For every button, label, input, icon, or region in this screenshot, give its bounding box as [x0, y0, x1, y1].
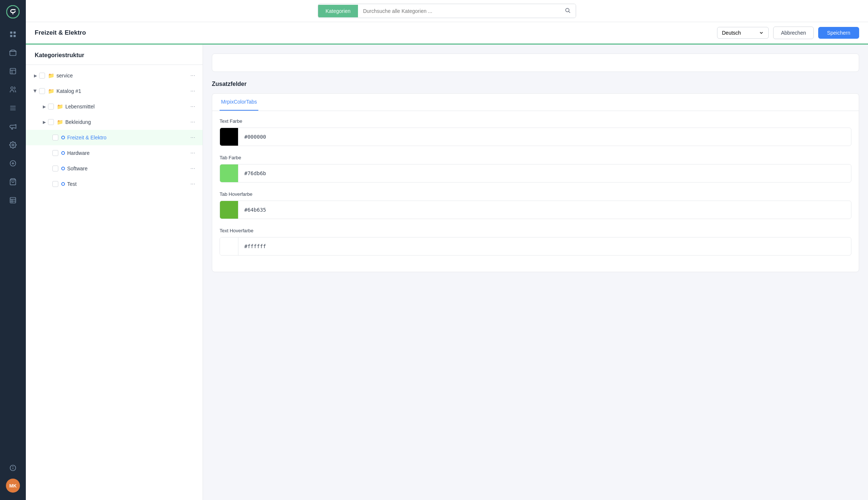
color-value-tab-farbe: #76db6b — [238, 166, 851, 181]
sidebar-item-settings[interactable] — [5, 137, 21, 153]
sidebar: MK — [0, 0, 26, 500]
tree-checkbox-test[interactable] — [52, 181, 58, 187]
sidebar-logo[interactable] — [6, 4, 20, 19]
color-field-tab-farbe[interactable]: #76db6b — [220, 164, 851, 183]
tree-toggle-bekleidung[interactable]: ▶ — [41, 118, 48, 126]
sidebar-item-add[interactable] — [5, 156, 21, 171]
tree-more-freizeit[interactable]: ··· — [189, 133, 197, 142]
label-text-farbe: Text Farbe — [220, 118, 851, 124]
tree-item-test[interactable]: Test ··· — [26, 176, 203, 192]
tree-label-freizeit: Freizeit & Elektro — [67, 135, 189, 140]
tree-checkbox-katalog1[interactable] — [39, 88, 45, 94]
tree-label-lebensmittel: Lebensmittel — [65, 104, 189, 110]
folder-icon: 📁 — [48, 73, 54, 79]
top-content-area — [212, 53, 859, 72]
folder-icon-lebensmittel: 📁 — [57, 104, 63, 110]
tree-checkbox-lebensmittel[interactable] — [48, 104, 54, 110]
svg-rect-8 — [10, 106, 16, 107]
tree-more-service[interactable]: ··· — [189, 71, 197, 80]
tree-label-service: service — [56, 73, 189, 79]
swatch-text-farbe[interactable] — [220, 128, 238, 146]
tree-checkbox-bekleidung[interactable] — [48, 119, 54, 125]
zusatzfelder-card: MrpixColorTabs Text Farbe #000000 — [212, 93, 859, 272]
tree-checkbox-service[interactable] — [39, 73, 45, 79]
sidebar-item-shop[interactable] — [5, 174, 21, 190]
tree-dot-hardware — [61, 151, 65, 155]
sidebar-item-table[interactable] — [5, 192, 21, 208]
sidebar-item-list[interactable] — [5, 100, 21, 116]
card-tabs: MrpixColorTabs — [212, 94, 859, 111]
section-title: Zusatzfelder — [212, 81, 859, 87]
field-tab-farbe: Tab Farbe #76db6b — [220, 155, 851, 183]
color-field-text-hoverfarbe[interactable]: #ffffff — [220, 237, 851, 256]
color-field-text-farbe[interactable]: #000000 — [220, 128, 851, 146]
sidebar-item-info[interactable] — [5, 460, 21, 476]
field-text-farbe: Text Farbe #000000 — [220, 118, 851, 146]
label-text-hoverfarbe: Text Hoverfarbe — [220, 228, 851, 233]
tree-more-software[interactable]: ··· — [189, 164, 197, 173]
sidebar-item-layers[interactable] — [5, 45, 21, 60]
zusatzfelder-section: Zusatzfelder MrpixColorTabs Text Farbe #… — [212, 81, 859, 272]
tree-item-bekleidung[interactable]: ▶ 📁 Bekleidung ··· — [26, 114, 203, 130]
subheader-actions: Deutsch Abbrechen Speichern — [717, 27, 859, 39]
tree-item-service[interactable]: ▶ 📁 service ··· — [26, 68, 203, 83]
swatch-text-hoverfarbe[interactable] — [220, 237, 238, 255]
svg-line-24 — [569, 11, 570, 13]
search-icon-button[interactable] — [559, 4, 576, 18]
card-body: Text Farbe #000000 Tab Farbe #76db6 — [212, 111, 859, 272]
tree-item-software[interactable]: Software ··· — [26, 161, 203, 176]
topbar: Kategorien — [26, 0, 868, 22]
tree-checkbox-hardware[interactable] — [52, 150, 58, 156]
svg-rect-3 — [10, 35, 13, 37]
language-selector[interactable]: Deutsch — [717, 27, 769, 39]
save-button[interactable]: Speichern — [818, 27, 859, 39]
svg-rect-6 — [10, 69, 16, 74]
tree-item-katalog1[interactable]: ▶ 📁 Katalog #1 ··· — [26, 83, 203, 99]
tree-more-hardware[interactable]: ··· — [189, 148, 197, 158]
svg-rect-9 — [10, 108, 16, 108]
tree-toggle-lebensmittel[interactable]: ▶ — [41, 103, 48, 110]
main-content: Kategorien Freizeit & Elektro Deutsch Ab… — [26, 0, 868, 500]
tree-toggle-service[interactable]: ▶ — [32, 72, 39, 79]
sidebar-item-users[interactable] — [5, 82, 21, 97]
color-value-text-farbe: #000000 — [238, 129, 851, 144]
tree-dot-software — [61, 167, 65, 170]
field-text-hoverfarbe: Text Hoverfarbe #ffffff — [220, 228, 851, 256]
search-input[interactable] — [358, 5, 559, 17]
tree-more-lebensmittel[interactable]: ··· — [189, 102, 197, 111]
tab-mrpix[interactable]: MrpixColorTabs — [220, 94, 258, 111]
cancel-button[interactable]: Abbrechen — [773, 27, 814, 39]
tree-dot-freizeit — [61, 136, 65, 139]
categories-button[interactable]: Kategorien — [318, 5, 358, 17]
user-avatar[interactable]: MK — [6, 479, 20, 493]
svg-rect-16 — [10, 198, 16, 203]
label-tab-farbe: Tab Farbe — [220, 155, 851, 160]
color-field-tab-hoverfarbe[interactable]: #64b635 — [220, 201, 851, 219]
left-panel: Kategoriestruktur ▶ 📁 service ··· ▶ 📁 Ka… — [26, 45, 203, 500]
tree-item-freizeit[interactable]: Freizeit & Elektro ··· — [26, 130, 203, 145]
tree-item-hardware[interactable]: Hardware ··· — [26, 145, 203, 161]
tree-checkbox-software[interactable] — [52, 166, 58, 171]
tree-label-katalog1: Katalog #1 — [56, 88, 189, 94]
label-tab-hoverfarbe: Tab Hoverfarbe — [220, 191, 851, 197]
page-title: Freizeit & Elektro — [35, 29, 86, 37]
folder-icon-bekleidung: 📁 — [57, 119, 63, 125]
sidebar-item-megaphone[interactable] — [5, 119, 21, 134]
svg-point-7 — [11, 87, 13, 90]
tree-label-hardware: Hardware — [67, 150, 189, 156]
swatch-tab-farbe[interactable] — [220, 164, 238, 182]
swatch-tab-hoverfarbe[interactable] — [220, 201, 238, 219]
tree-more-bekleidung[interactable]: ··· — [189, 117, 197, 127]
tree-more-test[interactable]: ··· — [189, 179, 197, 189]
sidebar-item-dashboard[interactable] — [5, 27, 21, 42]
tree-label-software: Software — [67, 166, 189, 171]
tree-more-katalog1[interactable]: ··· — [189, 86, 197, 96]
tree-label-test: Test — [67, 181, 189, 187]
sidebar-item-products[interactable] — [5, 63, 21, 79]
field-tab-hoverfarbe: Tab Hoverfarbe #64b635 — [220, 191, 851, 219]
tree-label-bekleidung: Bekleidung — [65, 119, 189, 125]
tree-item-lebensmittel[interactable]: ▶ 📁 Lebensmittel ··· — [26, 99, 203, 114]
color-value-text-hoverfarbe: #ffffff — [238, 239, 851, 254]
tree-checkbox-freizeit[interactable] — [52, 135, 58, 140]
tree-toggle-katalog1[interactable]: ▶ — [32, 87, 39, 95]
